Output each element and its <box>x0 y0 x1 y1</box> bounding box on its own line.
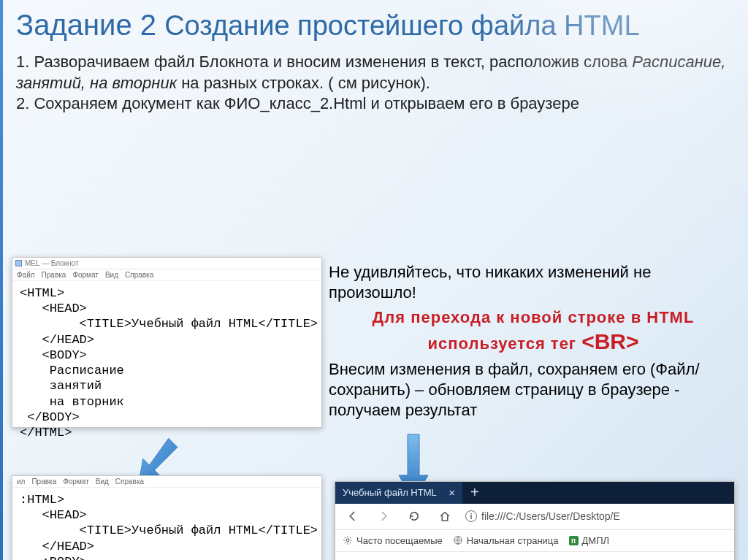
bm1-label: Часто посещаемые <box>356 535 443 546</box>
bookmark-frequent[interactable]: Часто посещаемые <box>343 535 443 546</box>
instruction-1b: на разных строках. ( см рисунок). <box>177 74 430 92</box>
notepad-titlebar: MEL — Блокнот <box>12 258 321 269</box>
br-tag: <BR> <box>581 329 638 353</box>
browser-screenshot: Учебный файл HTML × + i file:///C:/Use <box>335 481 735 560</box>
notepad-screenshot-1: MEL — Блокнот Файл Правка Формат Вид Спр… <box>12 257 322 428</box>
slide-accent-bar <box>0 0 3 560</box>
info-icon[interactable]: i <box>465 510 477 522</box>
gear-icon <box>343 535 353 545</box>
notepad-menubar: Файл Правка Формат Вид Справка <box>12 269 321 281</box>
right-column: Не удивляйтесь, что никаких изменений не… <box>329 261 738 422</box>
menu-format: Формат <box>72 271 99 279</box>
browser-tabbar: Учебный файл HTML × + <box>335 482 734 504</box>
menu2-view: Вид <box>96 477 109 486</box>
notepad-menubar-2: ил Правка Формат Вид Справка <box>12 476 321 488</box>
bm2-label: Начальная страница <box>467 535 559 546</box>
tab-title: Учебный файл HTML <box>343 487 437 498</box>
save-result-text: Внесим изменения в файл, сохраняем его (… <box>329 358 738 422</box>
bookmark-startpage[interactable]: Начальная страница <box>453 535 559 546</box>
notepad-icon <box>15 260 22 266</box>
browser-page-content: Расписание занятий на вторник <box>335 552 734 560</box>
menu-help: Справка <box>125 271 153 279</box>
back-button[interactable] <box>343 506 363 526</box>
globe-icon <box>453 535 463 545</box>
menu-view: Вид <box>105 271 118 279</box>
bm3-label: ДМПЛ <box>582 535 610 546</box>
tab-close-icon[interactable]: × <box>449 486 455 499</box>
surprise-text: Не удивляйтесь, что никаких изменений не… <box>329 261 738 304</box>
browser-tab[interactable]: Учебный файл HTML × <box>335 482 463 504</box>
browser-toolbar: i file:///C:/Users/User/Desktop/Е <box>335 504 734 530</box>
plus-icon: + <box>470 484 479 501</box>
bookmark-bar: Часто посещаемые Начальная страница п ДМ… <box>335 530 734 552</box>
title-main: Задание 2 <box>16 9 164 41</box>
home-button[interactable] <box>435 506 455 526</box>
notepad-screenshot-2: ил Правка Формат Вид Справка :HTML> <HEA… <box>12 475 322 560</box>
menu2-edit: Правка <box>31 477 56 486</box>
new-tab-button[interactable]: + <box>463 482 487 504</box>
menu-edit: Правка <box>42 271 66 279</box>
site-icon: п <box>569 536 579 545</box>
notepad-code-2: :HTML> <HEAD> <TITLE>Учебный файл HTML</… <box>12 488 321 560</box>
br-explanation-text: Для перехода к новой строке в HTML испол… <box>373 308 695 353</box>
forward-button[interactable] <box>373 506 394 526</box>
url-bar[interactable]: i file:///C:/Users/User/Desktop/Е <box>465 510 620 522</box>
notepad-title: MEL — Блокнот <box>25 259 79 267</box>
svg-point-0 <box>346 539 349 542</box>
menu-file: Файл <box>17 271 35 279</box>
notepad-code-1: <HTML> <HEAD> <TITLE>Учебный файл HTML</… <box>12 281 321 448</box>
bookmark-dmpl[interactable]: п ДМПЛ <box>569 535 610 546</box>
menu2-format: Формат <box>63 477 89 486</box>
br-explanation: Для перехода к новой строке в HTML испол… <box>329 304 738 358</box>
url-text: file:///C:/Users/User/Desktop/Е <box>481 510 620 522</box>
menu2-file: ил <box>17 477 25 486</box>
reload-button[interactable] <box>404 506 424 526</box>
menu2-help: Справка <box>115 477 144 486</box>
